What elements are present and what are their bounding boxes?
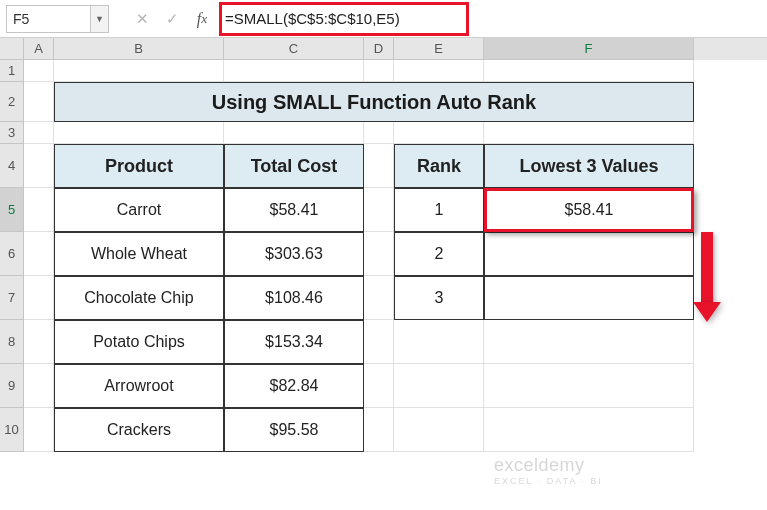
cell[interactable] (484, 60, 694, 82)
cell[interactable] (484, 122, 694, 144)
cell[interactable] (484, 320, 694, 364)
table1-product[interactable]: Arrowroot (54, 364, 224, 408)
cell[interactable] (24, 188, 54, 232)
watermark: exceldemy EXCEL · DATA · BI (494, 455, 603, 486)
cell[interactable] (24, 364, 54, 408)
row-header-6[interactable]: 6 (0, 232, 24, 276)
formula-bar: F5 ▼ ✕ ✓ fx =SMALL($C$5:$C$10,E5) (0, 0, 767, 38)
cell[interactable] (364, 188, 394, 232)
cancel-icon[interactable]: ✕ (127, 5, 157, 33)
fx-icon[interactable]: fx (187, 5, 217, 33)
col-header-a[interactable]: A (24, 38, 54, 60)
cell[interactable] (394, 408, 484, 452)
table1-header-cost[interactable]: Total Cost (224, 144, 364, 188)
cell[interactable] (224, 122, 364, 144)
cell[interactable] (24, 408, 54, 452)
row-header-2[interactable]: 2 (0, 82, 24, 122)
cell[interactable] (394, 320, 484, 364)
row-header-3[interactable]: 3 (0, 122, 24, 144)
cell[interactable] (394, 60, 484, 82)
cell[interactable] (364, 232, 394, 276)
watermark-tag: EXCEL · DATA · BI (494, 476, 603, 486)
cells-area: Using SMALL Function Auto Rank Product T… (24, 60, 767, 452)
column-headers: A B C D E F (0, 38, 767, 60)
cell[interactable] (394, 122, 484, 144)
cell[interactable] (364, 364, 394, 408)
row-headers: 1 2 3 4 5 6 7 8 9 10 (0, 60, 24, 452)
formula-text: =SMALL($C$5:$C$10,E5) (225, 10, 400, 27)
table1-product[interactable]: Carrot (54, 188, 224, 232)
cell[interactable] (364, 320, 394, 364)
name-box-dropdown[interactable]: ▼ (91, 5, 109, 33)
table1-cost[interactable]: $153.34 (224, 320, 364, 364)
cell[interactable] (364, 408, 394, 452)
table1-cost[interactable]: $95.58 (224, 408, 364, 452)
cell[interactable] (24, 82, 54, 122)
table2-value[interactable] (484, 232, 694, 276)
cell[interactable] (224, 60, 364, 82)
table1-product[interactable]: Whole Wheat (54, 232, 224, 276)
table2-rank[interactable]: 1 (394, 188, 484, 232)
table2-value[interactable]: $58.41 (484, 188, 694, 232)
table2-rank[interactable]: 2 (394, 232, 484, 276)
row-header-10[interactable]: 10 (0, 408, 24, 452)
table1-cost[interactable]: $58.41 (224, 188, 364, 232)
row-header-5[interactable]: 5 (0, 188, 24, 232)
table1-product[interactable]: Chocolate Chip (54, 276, 224, 320)
table1-cost[interactable]: $108.46 (224, 276, 364, 320)
cell[interactable] (484, 408, 694, 452)
select-all-corner[interactable] (0, 38, 24, 60)
title-cell[interactable]: Using SMALL Function Auto Rank (54, 82, 694, 122)
cell[interactable] (364, 60, 394, 82)
row-header-9[interactable]: 9 (0, 364, 24, 408)
cell[interactable] (484, 364, 694, 408)
cell[interactable] (394, 364, 484, 408)
cell[interactable] (24, 60, 54, 82)
cell[interactable] (24, 276, 54, 320)
table1-cost[interactable]: $303.63 (224, 232, 364, 276)
cell[interactable] (364, 276, 394, 320)
row-header-1[interactable]: 1 (0, 60, 24, 82)
cell[interactable] (54, 122, 224, 144)
cell[interactable] (54, 60, 224, 82)
col-header-d[interactable]: D (364, 38, 394, 60)
table1-product[interactable]: Potato Chips (54, 320, 224, 364)
table1-product[interactable]: Crackers (54, 408, 224, 452)
row-header-8[interactable]: 8 (0, 320, 24, 364)
col-header-f[interactable]: F (484, 38, 694, 60)
table2-header-rank[interactable]: Rank (394, 144, 484, 188)
table1-header-product[interactable]: Product (54, 144, 224, 188)
col-header-e[interactable]: E (394, 38, 484, 60)
table2-header-lowest[interactable]: Lowest 3 Values (484, 144, 694, 188)
row-header-4[interactable]: 4 (0, 144, 24, 188)
cell[interactable] (24, 122, 54, 144)
row-header-7[interactable]: 7 (0, 276, 24, 320)
col-header-c[interactable]: C (224, 38, 364, 60)
cell[interactable] (24, 232, 54, 276)
watermark-brand: exceldemy (494, 455, 585, 475)
cell[interactable] (364, 144, 394, 188)
cell[interactable] (24, 320, 54, 364)
name-box[interactable]: F5 (6, 5, 91, 33)
cell[interactable] (24, 144, 54, 188)
table2-value[interactable] (484, 276, 694, 320)
formula-input[interactable]: =SMALL($C$5:$C$10,E5) (217, 5, 761, 33)
table2-rank[interactable]: 3 (394, 276, 484, 320)
table1-cost[interactable]: $82.84 (224, 364, 364, 408)
cell[interactable] (364, 122, 394, 144)
spreadsheet-grid: A B C D E F 1 2 3 4 5 6 7 8 9 10 (0, 38, 767, 510)
accept-icon[interactable]: ✓ (157, 5, 187, 33)
col-header-b[interactable]: B (54, 38, 224, 60)
